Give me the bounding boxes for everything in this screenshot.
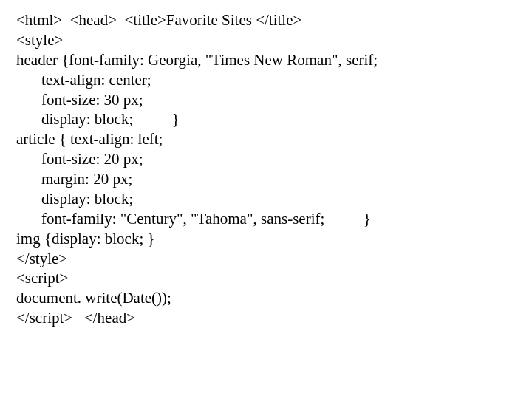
code-line: text-align: center;	[16, 70, 532, 90]
code-line: header {font-family: Georgia, "Times New…	[16, 50, 532, 70]
code-snippet: <html> <head> <title>Favorite Sites </ti…	[0, 0, 532, 328]
code-line: margin: 20 px;	[16, 169, 532, 189]
code-line: <script>	[16, 268, 532, 288]
code-line: <html> <head> <title>Favorite Sites </ti…	[16, 10, 532, 30]
code-line: </style>	[16, 249, 532, 269]
code-line: font-size: 20 px;	[16, 149, 532, 169]
code-line: document. write(Date());	[16, 288, 532, 308]
code-line: img {display: block; }	[16, 229, 532, 249]
code-line: display: block;	[16, 189, 532, 209]
code-line: font-size: 30 px;	[16, 90, 532, 110]
code-line: <style>	[16, 30, 532, 50]
code-line: </script> </head>	[16, 308, 532, 328]
code-line: font-family: "Century", "Tahoma", sans-s…	[16, 209, 532, 229]
code-line: display: block; }	[16, 109, 532, 129]
code-line: article { text-align: left;	[16, 129, 532, 149]
